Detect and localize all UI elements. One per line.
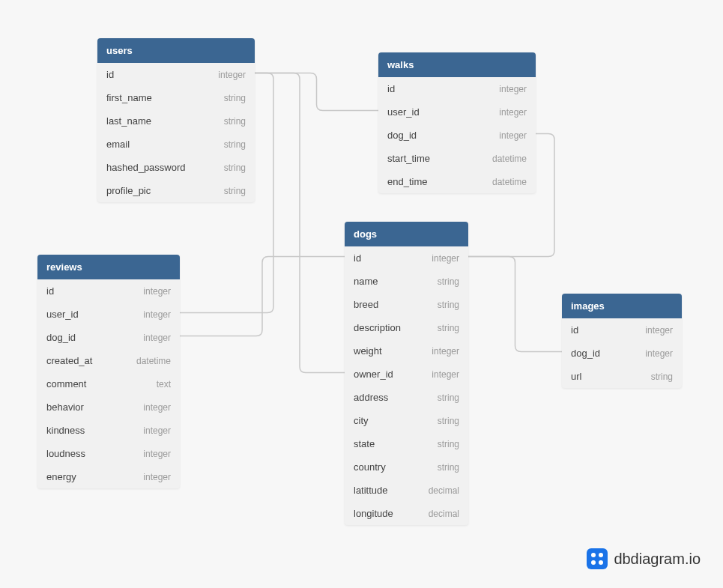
column-row[interactable]: namestring (345, 270, 468, 293)
column-row[interactable]: last_namestring (97, 109, 255, 133)
column-row[interactable]: commenttext (37, 372, 180, 395)
column-type: string (224, 186, 246, 196)
column-name: city (354, 415, 369, 426)
column-row[interactable]: dog_idinteger (562, 342, 682, 365)
column-name: energy (46, 471, 76, 482)
column-name: start_time (387, 153, 430, 164)
relation-connector (468, 257, 562, 352)
column-name: id (106, 69, 114, 80)
column-row[interactable]: start_timedatetime (378, 147, 536, 170)
column-name: profile_pic (106, 185, 151, 196)
column-type: decimal (429, 509, 459, 519)
column-row[interactable]: idinteger (562, 318, 682, 342)
column-row[interactable]: created_atdatetime (37, 349, 180, 372)
diagram-canvas[interactable]: usersidintegerfirst_namestringlast_names… (0, 0, 723, 588)
column-row[interactable]: loudnessinteger (37, 442, 180, 465)
table-header-images[interactable]: images (562, 294, 682, 318)
column-type: string (438, 300, 459, 310)
column-row[interactable]: breedstring (345, 293, 468, 316)
column-type: string (438, 323, 459, 333)
column-type: integer (143, 472, 171, 482)
column-row[interactable]: addressstring (345, 386, 468, 409)
column-row[interactable]: first_namestring (97, 86, 255, 109)
column-row[interactable]: user_idinteger (378, 100, 536, 124)
logo-text: dbdiagram.io (614, 551, 701, 568)
table-reviews[interactable]: reviewsidintegeruser_idintegerdog_idinte… (37, 255, 180, 488)
table-dogs[interactable]: dogsidintegernamestringbreedstringdescri… (345, 222, 468, 525)
column-row[interactable]: hashed_passwordstring (97, 156, 255, 179)
column-type: string (224, 163, 246, 173)
column-name: owner_id (354, 369, 393, 380)
column-row[interactable]: idinteger (378, 77, 536, 100)
column-name: first_name (106, 92, 152, 103)
column-type: string (438, 439, 459, 449)
column-type: integer (143, 449, 171, 459)
column-row[interactable]: behaviorinteger (37, 395, 180, 419)
column-type: integer (218, 70, 246, 80)
column-type: integer (499, 84, 527, 94)
column-row[interactable]: dog_idinteger (378, 124, 536, 147)
column-type: integer (432, 346, 459, 357)
column-type: string (438, 462, 459, 473)
logo-icon (587, 548, 608, 569)
column-row[interactable]: latittudedecimal (345, 479, 468, 502)
column-type: string (224, 116, 246, 127)
column-type: string (224, 139, 246, 150)
column-row[interactable]: user_idinteger (37, 303, 180, 326)
column-row[interactable]: weightinteger (345, 339, 468, 363)
column-row[interactable]: idinteger (97, 63, 255, 86)
column-type: integer (645, 348, 673, 359)
table-header-users[interactable]: users (97, 38, 255, 63)
column-name: latittude (354, 485, 388, 496)
column-name: id (571, 324, 578, 336)
table-images[interactable]: imagesidintegerdog_idintegerurlstring (562, 294, 682, 388)
column-type: integer (143, 309, 171, 320)
column-type: integer (143, 425, 171, 436)
column-name: id (387, 83, 395, 94)
column-name: end_time (387, 176, 427, 187)
column-name: email (106, 139, 130, 150)
column-row[interactable]: emailstring (97, 133, 255, 156)
column-row[interactable]: descriptionstring (345, 316, 468, 339)
column-type: integer (499, 130, 527, 141)
column-type: string (651, 372, 673, 382)
column-name: user_id (387, 106, 420, 118)
column-row[interactable]: profile_picstring (97, 179, 255, 202)
column-row[interactable]: idinteger (345, 246, 468, 270)
column-type: integer (432, 253, 459, 264)
column-row[interactable]: countrystring (345, 455, 468, 479)
column-type: integer (143, 333, 171, 343)
table-users[interactable]: usersidintegerfirst_namestringlast_names… (97, 38, 255, 202)
column-row[interactable]: citystring (345, 409, 468, 432)
column-row[interactable]: dog_idinteger (37, 326, 180, 349)
column-type: decimal (429, 485, 459, 496)
logo: dbdiagram.io (587, 548, 701, 569)
relation-connector (180, 257, 345, 336)
table-walks[interactable]: walksidintegeruser_idintegerdog_idintege… (378, 52, 536, 193)
column-type: integer (432, 369, 459, 380)
column-row[interactable]: energyinteger (37, 465, 180, 488)
column-row[interactable]: end_timedatetime (378, 170, 536, 193)
table-header-walks[interactable]: walks (378, 52, 536, 77)
column-name: dog_id (571, 348, 600, 359)
column-name: address (354, 392, 388, 403)
column-type: integer (645, 325, 673, 336)
column-name: comment (46, 378, 86, 390)
column-row[interactable]: kindnessinteger (37, 419, 180, 442)
column-name: id (46, 285, 54, 297)
table-header-dogs[interactable]: dogs (345, 222, 468, 246)
column-type: string (438, 392, 459, 403)
column-row[interactable]: owner_idinteger (345, 363, 468, 386)
column-name: last_name (106, 115, 151, 127)
column-name: dog_id (46, 332, 76, 343)
column-name: name (354, 276, 378, 287)
column-row[interactable]: statestring (345, 432, 468, 455)
column-type: datetime (492, 154, 527, 164)
column-name: country (354, 461, 386, 473)
table-header-reviews[interactable]: reviews (37, 255, 180, 279)
column-row[interactable]: longitudedecimal (345, 502, 468, 525)
column-row[interactable]: urlstring (562, 365, 682, 388)
column-row[interactable]: idinteger (37, 279, 180, 303)
column-type: string (224, 93, 246, 103)
column-type: integer (143, 402, 171, 413)
